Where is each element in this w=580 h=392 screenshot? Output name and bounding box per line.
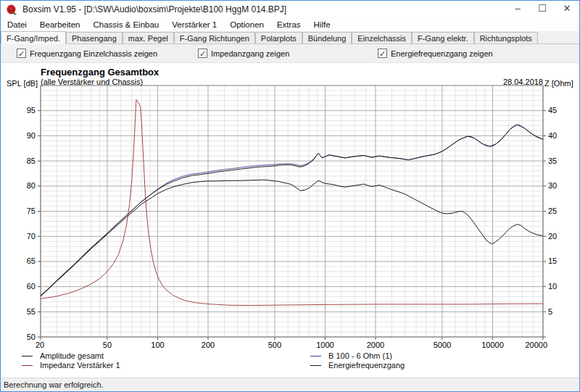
svg-text:1000: 1000	[316, 341, 334, 349]
svg-text:20: 20	[36, 341, 44, 349]
chart-title: Frequenzgang Gesamtbox	[41, 67, 159, 78]
minimize-button[interactable]: –	[505, 1, 530, 18]
svg-text:20000: 20000	[525, 341, 547, 349]
svg-text:100: 100	[151, 341, 164, 349]
tab-buendelung[interactable]: Bündelung	[302, 32, 352, 43]
svg-text:20: 20	[548, 232, 557, 241]
svg-text:5000: 5000	[434, 341, 451, 349]
b100-line-swatch	[310, 356, 321, 356]
options-row: ✓ Frequenzgang Einzelchassis zeigen ✓ Im…	[1, 44, 579, 63]
status-bar: Berechnung war erfolgreich.	[1, 378, 579, 391]
legend-label: Amplitude gesamt	[40, 351, 104, 360]
tab-bar: F-Gang/Imped. Phasengang max. Pegel F-Ga…	[1, 31, 579, 44]
tab-einzelchassis[interactable]: Einzelchassis	[352, 32, 412, 43]
legend-item-energiefrequenzgang: Energiefrequenzgang	[310, 361, 405, 370]
checkbox-label: Frequenzgang Einzelchassis zeigen	[30, 49, 157, 58]
svg-text:90: 90	[27, 131, 36, 140]
svg-text:2000: 2000	[367, 341, 384, 349]
menu-bar: Datei Bearbeiten Chassis & Einbau Verstä…	[1, 18, 579, 31]
svg-text:40: 40	[548, 131, 557, 140]
maximize-button[interactable]: ☐	[530, 1, 555, 18]
legend-label: Energiefrequenzgang	[328, 361, 405, 370]
svg-text:75: 75	[27, 207, 36, 215]
boxsim-rose-icon	[6, 4, 17, 15]
menu-item-extras[interactable]: Extras	[270, 18, 307, 31]
svg-text:500: 500	[268, 341, 281, 349]
y-axis-right-label: Z [Ohm]	[544, 79, 573, 88]
legend-item-amplitude: Amplitude gesamt	[22, 351, 104, 360]
svg-text:35: 35	[548, 157, 557, 165]
legend-label: B 100 - 6 Ohm (1)	[328, 351, 392, 360]
tab-fgang-imped[interactable]: F-Gang/Imped.	[1, 31, 66, 44]
legend-label: Impedanz Verstärker 1	[40, 361, 120, 370]
tab-richtungsplots[interactable]: Richtungsplots	[474, 32, 538, 43]
chart-panel: 9590858075706560555045403530252015105205…	[1, 63, 579, 378]
svg-text:50: 50	[27, 333, 36, 341]
svg-text:70: 70	[27, 232, 36, 241]
app-window: Boxsim V1.95 - [D:\SW\Audio\boxsim\Proje…	[0, 0, 580, 392]
energie-line-swatch	[310, 365, 321, 366]
chart-subtitle: (alle Verstärker und Chassis)	[41, 78, 143, 86]
svg-text:60: 60	[27, 282, 36, 291]
checkbox-impedanzgang[interactable]: ✓ Impedanzgang zeigen	[198, 49, 289, 58]
menu-item-hilfe[interactable]: Hilfe	[307, 18, 337, 31]
svg-text:85: 85	[27, 157, 36, 165]
svg-text:25: 25	[548, 207, 557, 215]
legend-item-impedanz: Impedanz Verstärker 1	[22, 361, 120, 370]
status-message: Berechnung war erfolgreich.	[4, 380, 104, 389]
checkbox-energiefrequenzgang[interactable]: ✓ Energiefrequenzgang zeigen	[378, 49, 493, 58]
tab-fgang-richtungen[interactable]: F-Gang Richtungen	[174, 32, 255, 43]
checkbox-label: Energiefrequenzgang zeigen	[391, 49, 493, 58]
checkbox-checked-icon[interactable]: ✓	[198, 49, 207, 58]
svg-text:55: 55	[27, 307, 36, 316]
svg-text:50: 50	[103, 341, 112, 349]
checkbox-checked-icon[interactable]: ✓	[17, 49, 26, 58]
svg-text:5: 5	[548, 307, 552, 316]
tab-phasengang[interactable]: Phasengang	[66, 32, 123, 43]
checkbox-checked-icon[interactable]: ✓	[378, 49, 387, 58]
svg-text:200: 200	[202, 341, 215, 349]
svg-text:10000: 10000	[481, 341, 504, 349]
svg-text:80: 80	[27, 181, 36, 190]
menu-item-chassis-einbau[interactable]: Chassis & Einbau	[86, 18, 165, 31]
svg-text:95: 95	[27, 106, 36, 114]
svg-text:45: 45	[548, 106, 557, 114]
window-title: Boxsim V1.95 - [D:\SW\Audio\boxsim\Proje…	[22, 4, 286, 14]
chart-date: 28.04.2018	[471, 78, 543, 86]
y-axis-left-label: SPL [dB]	[7, 79, 38, 88]
menu-item-optionen[interactable]: Optionen	[223, 18, 270, 31]
menu-item-datei[interactable]: Datei	[1, 18, 33, 31]
menu-item-verstaerker[interactable]: Verstärker 1	[165, 18, 223, 31]
tab-polarplots[interactable]: Polarplots	[255, 32, 302, 43]
amplitude-line-swatch	[22, 356, 33, 356]
frequency-response-chart: 9590858075706560555045403530252015105205…	[1, 63, 579, 378]
tab-max-pegel[interactable]: max. Pegel	[123, 32, 174, 43]
impedanz-line-swatch	[22, 365, 33, 366]
title-bar: Boxsim V1.95 - [D:\SW\Audio\boxsim\Proje…	[1, 1, 579, 18]
svg-text:30: 30	[548, 181, 557, 190]
close-button[interactable]: ✕	[555, 1, 579, 18]
svg-text:65: 65	[27, 257, 36, 265]
checkbox-frequenzgang-einzelchassis[interactable]: ✓ Frequenzgang Einzelchassis zeigen	[17, 49, 157, 58]
legend-item-b100: B 100 - 6 Ohm (1)	[310, 351, 392, 360]
svg-text:10: 10	[548, 282, 557, 291]
tab-fgang-elektr[interactable]: F-Gang elektr.	[412, 32, 474, 43]
svg-text:15: 15	[548, 257, 557, 265]
menu-item-bearbeiten[interactable]: Bearbeiten	[33, 18, 87, 31]
checkbox-label: Impedanzgang zeigen	[211, 49, 289, 58]
